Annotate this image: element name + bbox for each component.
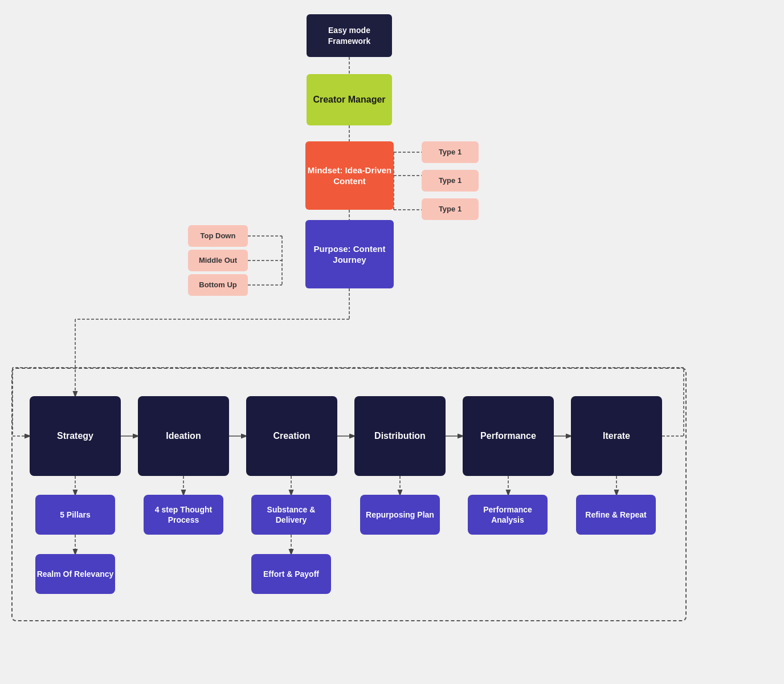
repurposing-box: Repurposing Plan (360, 495, 440, 535)
perfanalysis-box: Performance Analysis (468, 495, 548, 535)
mindset-box: Mindset: Idea-Driven Content (305, 141, 394, 210)
middleout-box: Middle Out (188, 250, 248, 271)
substance-box: Substance & Delivery (251, 495, 331, 535)
bottomup-box: Bottom Up (188, 274, 248, 296)
refine-box: Refine & Repeat (576, 495, 656, 535)
distribution-box: Distribution (354, 396, 446, 476)
performance-box: Performance (463, 396, 554, 476)
diagram-container: Easy mode Framework Creator Manager Mind… (0, 0, 784, 684)
ideation-box: Ideation (138, 396, 229, 476)
type1b-box: Type 1 (422, 170, 479, 192)
effort-box: Effort & Payoff (251, 554, 331, 594)
creation-box: Creation (246, 396, 337, 476)
purpose-box: Purpose: Content Journey (305, 220, 394, 288)
4step-box: 4 step Thought Process (144, 495, 223, 535)
strategy-box: Strategy (30, 396, 121, 476)
topdown-box: Top Down (188, 225, 248, 247)
realm-box: Realm Of Relevancy (35, 554, 115, 594)
5pillars-box: 5 Pillars (35, 495, 115, 535)
creator-manager-box: Creator Manager (307, 74, 392, 125)
iterate-box: Iterate (571, 396, 662, 476)
easy-mode-box: Easy mode Framework (307, 14, 392, 57)
type1a-box: Type 1 (422, 141, 479, 163)
type1c-box: Type 1 (422, 198, 479, 220)
